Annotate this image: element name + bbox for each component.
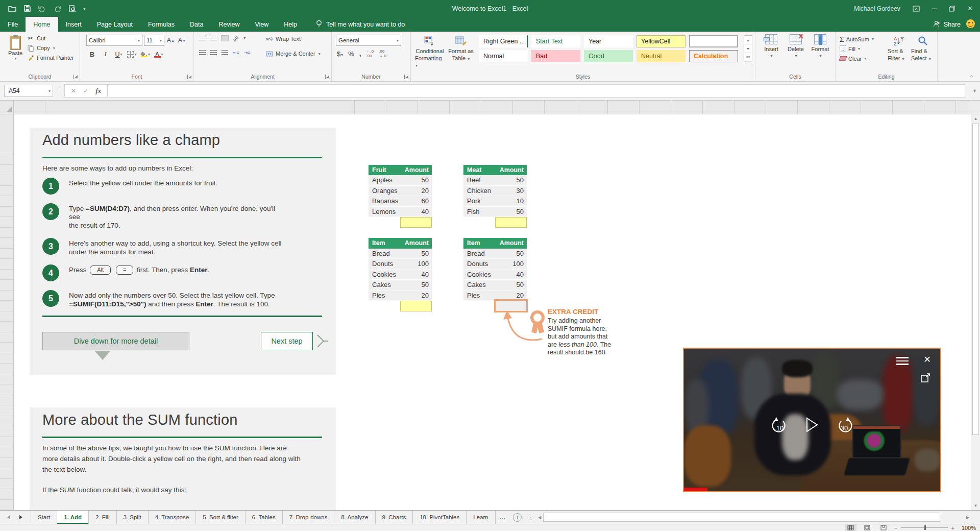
clear-button[interactable]: Clear▾ <box>840 54 874 63</box>
name-box[interactable]: A54▾ <box>4 85 53 97</box>
align-left-icon[interactable] <box>199 50 206 55</box>
redo-icon[interactable] <box>54 6 61 12</box>
row-header[interactable] <box>0 500 13 511</box>
ribbon-tab[interactable]: Page Layout <box>89 17 140 32</box>
scroll-up-icon[interactable]: ▲ <box>971 114 980 123</box>
normal-view-button[interactable] <box>845 524 856 531</box>
row-header[interactable] <box>0 291 13 301</box>
insert-cells-button[interactable]: Insert▾ <box>760 34 783 58</box>
currency-format-button[interactable]: $▾ <box>337 50 343 58</box>
horizontal-scrollbar[interactable]: ◀ ▶ <box>536 512 971 522</box>
style-selected-blank[interactable] <box>689 35 738 47</box>
ribbon-tab[interactable]: Home <box>26 17 58 32</box>
fruit-table[interactable]: FruitAmount Apples50Oranges20Bananas60Le… <box>369 165 432 218</box>
column-header[interactable] <box>576 101 608 114</box>
row-header[interactable] <box>0 364 13 374</box>
column-header[interactable] <box>640 101 671 114</box>
feedback-smiley-icon[interactable] <box>966 19 975 28</box>
sheet-tab[interactable]: 3. Split <box>117 511 149 524</box>
style-calculation[interactable]: Calculation <box>689 50 738 62</box>
fill-color-button[interactable]: ▾ <box>140 49 150 60</box>
row-header[interactable] <box>0 395 13 406</box>
style-bad[interactable]: Bad <box>531 50 580 62</box>
column-header[interactable] <box>481 101 513 114</box>
style-yellowcell[interactable]: YellowCell <box>636 35 685 47</box>
page-layout-view-button[interactable] <box>862 524 873 531</box>
video-player[interactable]: ✕ 10 30 <box>683 348 941 492</box>
decrease-font-icon[interactable]: A▼ <box>177 35 187 46</box>
conditional-formatting-button[interactable]: ≠ ConditionalFormatting ▾ <box>415 36 445 69</box>
sheet-tab[interactable]: 1. Add <box>57 511 89 524</box>
vertical-scroll-thumb[interactable] <box>972 124 979 435</box>
column-header[interactable] <box>766 101 798 114</box>
column-header[interactable] <box>798 101 829 114</box>
collapse-ribbon-icon[interactable]: ⌃ <box>970 75 974 80</box>
decrease-indent-icon[interactable]: ⇤≡ <box>233 50 239 55</box>
ribbon-tab[interactable]: Formulas <box>140 17 182 32</box>
percent-format-button[interactable]: % <box>348 50 354 58</box>
styles-gallery-scroll[interactable]: ▲▼≡▾ <box>744 35 752 62</box>
column-header[interactable] <box>545 101 576 114</box>
yellow-input-cell-fruit[interactable] <box>400 217 432 228</box>
increase-indent-icon[interactable]: ⇥≡ <box>244 50 251 55</box>
row-header[interactable] <box>0 468 13 479</box>
autosum-button[interactable]: ΣAutoSum▾ <box>840 34 874 44</box>
sheet-tab[interactable]: 2. Fill <box>89 511 116 524</box>
style-right-green[interactable]: Right Green ... <box>479 35 528 47</box>
column-header[interactable] <box>893 101 924 114</box>
column-header[interactable] <box>386 101 418 114</box>
row-header[interactable] <box>0 280 13 291</box>
delete-cells-button[interactable]: Delete▾ <box>784 34 807 58</box>
font-color-button[interactable]: A▾ <box>154 49 163 60</box>
cancel-entry-icon[interactable]: ✕ <box>71 87 76 94</box>
item-table-left[interactable]: ItemAmount Bread50Donuts100Cookies40Cake… <box>369 238 432 301</box>
paste-button[interactable]: Paste▾ <box>4 34 27 72</box>
style-year[interactable]: Year <box>584 35 633 47</box>
row-header[interactable] <box>0 322 13 332</box>
align-right-icon[interactable] <box>222 50 228 55</box>
row-header[interactable] <box>0 332 13 343</box>
style-good[interactable]: Good <box>584 50 633 62</box>
merge-center-button[interactable]: Merge & Center▾ <box>265 50 321 57</box>
column-header[interactable] <box>355 101 386 114</box>
formula-input[interactable] <box>108 84 965 98</box>
style-start-text[interactable]: Start Text <box>531 35 580 47</box>
row-header[interactable] <box>0 437 13 448</box>
comma-format-button[interactable]: , <box>359 50 361 58</box>
zoom-slider[interactable] <box>901 527 948 528</box>
ribbon-tab[interactable]: Help <box>276 17 305 32</box>
video-menu-icon[interactable] <box>896 357 909 367</box>
next-step-button[interactable]: Next step <box>261 332 313 350</box>
column-header[interactable] <box>924 101 956 114</box>
horizontal-scroll-thumb[interactable] <box>543 513 940 522</box>
copy-button[interactable]: Copy▾ <box>27 44 74 52</box>
row-header[interactable] <box>0 207 13 218</box>
ribbon-tab[interactable]: View <box>247 17 276 32</box>
row-header[interactable] <box>0 416 13 427</box>
sheet-tab[interactable]: 4. Transpose <box>149 511 196 524</box>
sheet-tab[interactable]: 6. Tables <box>246 511 283 524</box>
fill-button[interactable]: ↓Fill▾ <box>840 44 874 54</box>
save-icon[interactable] <box>24 5 31 12</box>
page-break-view-button[interactable] <box>878 524 889 531</box>
row-header[interactable] <box>0 311 13 322</box>
column-header[interactable] <box>418 101 450 114</box>
zoom-out-icon[interactable]: − <box>894 525 897 531</box>
zoom-level[interactable]: 100% <box>960 525 976 531</box>
restore-button[interactable] <box>949 6 955 12</box>
ribbon-display-options-icon[interactable] <box>913 6 920 12</box>
increase-font-icon[interactable]: A▲ <box>166 35 176 46</box>
video-popout-icon[interactable] <box>921 373 931 384</box>
undo-icon[interactable] <box>38 6 46 12</box>
increase-decimal-icon[interactable]: ←.0.00 <box>366 49 374 58</box>
scroll-left-icon[interactable]: ◀ <box>536 512 543 522</box>
ribbon-tab[interactable]: File <box>0 17 26 32</box>
row-header[interactable] <box>0 270 13 280</box>
expand-formula-bar-icon[interactable]: ▼ <box>972 88 977 93</box>
scroll-down-icon[interactable]: ▼ <box>971 501 980 510</box>
ribbon-tab[interactable]: Insert <box>58 17 89 32</box>
style-normal[interactable]: Normal <box>479 50 528 62</box>
item-table-right[interactable]: ItemAmount Bread50Donuts100Cookies40Cake… <box>463 238 527 301</box>
row-header[interactable] <box>0 114 13 154</box>
sheet-tab[interactable]: Learn <box>467 511 495 524</box>
